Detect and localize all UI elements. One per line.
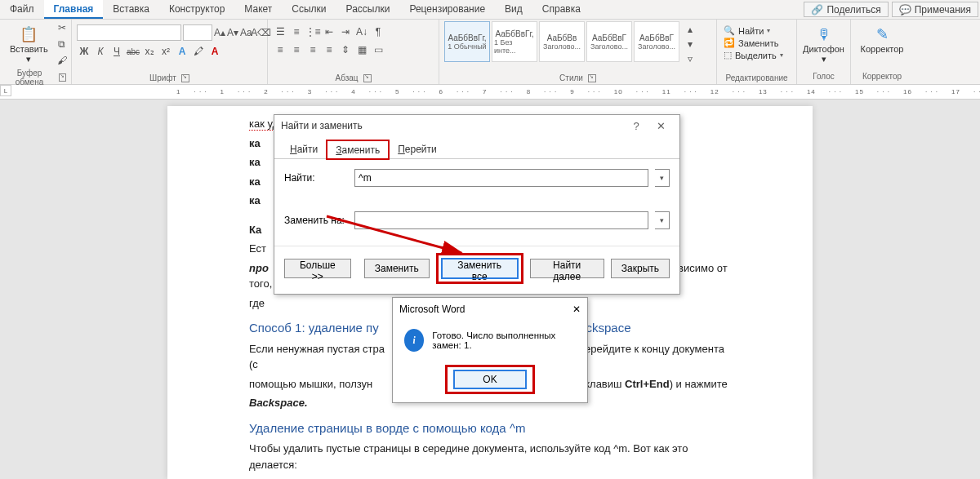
increase-indent-icon[interactable]: ⇥ — [338, 24, 353, 39]
styles-more-icon[interactable]: ▿ — [683, 51, 697, 66]
clipboard-icon: 📋 — [19, 24, 38, 44]
show-marks-icon[interactable]: ¶ — [371, 24, 385, 39]
search-icon: 🔍 — [724, 25, 735, 36]
select-button[interactable]: ⬚Выделить▾ — [722, 49, 791, 61]
help-icon[interactable]: ? — [624, 120, 648, 132]
paste-button[interactable]: 📋 Вставить ▾ — [5, 23, 53, 66]
style-item[interactable]: АаБбВвГг,1 Без инте... — [492, 21, 537, 62]
copy-icon[interactable]: ⧉ — [55, 37, 69, 51]
clipboard-group-label: Буфер обмена — [5, 69, 54, 86]
style-item[interactable]: АаБбВвГЗаголово... — [586, 21, 632, 62]
shrink-font-icon[interactable]: A▾ — [227, 25, 238, 40]
clipboard-dialog-launcher[interactable] — [59, 73, 66, 82]
corrector-group-label: Корректор — [862, 72, 902, 81]
grow-font-icon[interactable]: A▴ — [214, 25, 225, 40]
shading-icon[interactable]: ▦ — [354, 42, 369, 57]
replace-button[interactable]: 🔁Заменить — [722, 37, 791, 49]
format-painter-icon[interactable]: 🖌 — [55, 53, 69, 68]
comment-icon: 💬 — [899, 4, 911, 16]
dialog-tab-find[interactable]: Найти — [281, 140, 327, 158]
styles-gallery[interactable]: АаБбВвГг,1 ОбычныйАаБбВвГг,1 Без инте...… — [444, 21, 711, 67]
ribbon: 📋 Вставить ▾ ✂ ⧉ 🖌 Буфер обмена A▴ A▾ Aa… — [0, 20, 980, 85]
find-button[interactable]: 🔍Найти▾ — [722, 24, 791, 37]
bullets-icon[interactable]: ☰ — [273, 24, 287, 39]
dictate-button[interactable]: 🎙 Диктофон▾ — [798, 23, 849, 66]
tab-layout[interactable]: Макет — [234, 0, 282, 19]
tab-insert[interactable]: Вставка — [103, 0, 159, 19]
dialog-title: Найти и заменить — [281, 120, 363, 131]
style-item[interactable]: АаБбВвГг,1 Обычный — [444, 21, 490, 62]
styles-up-icon[interactable]: ▴ — [683, 22, 697, 37]
ok-highlight: OK — [445, 365, 535, 394]
font-name-combo[interactable] — [77, 24, 181, 41]
tab-view[interactable]: Вид — [495, 0, 532, 19]
justify-icon[interactable]: ≡ — [322, 42, 336, 57]
find-dropdown-icon[interactable]: ▾ — [655, 169, 670, 187]
info-icon: i — [404, 329, 424, 352]
tab-home[interactable]: Главная — [44, 0, 104, 19]
borders-icon[interactable]: ▭ — [371, 42, 385, 57]
italic-button[interactable]: К — [93, 44, 108, 59]
superscript-button[interactable]: x² — [158, 44, 173, 59]
replace-all-highlight: Заменить все — [436, 253, 523, 284]
more-button[interactable]: Больше >> — [284, 259, 351, 278]
tab-mailings[interactable]: Рассылки — [336, 0, 400, 19]
subscript-button[interactable]: x₂ — [142, 44, 157, 59]
replace-one-button[interactable]: Заменить — [364, 259, 430, 278]
horizontal-ruler[interactable]: 1· · ·1· · ·2· · ·3· · ·4· · ·5· · ·6· ·… — [0, 85, 980, 100]
replace-input[interactable] — [354, 211, 648, 229]
cut-icon[interactable]: ✂ — [55, 20, 69, 35]
align-right-icon[interactable]: ≡ — [305, 42, 320, 57]
style-item[interactable]: АаБбВвГЗаголово... — [634, 21, 679, 62]
tab-file[interactable]: Файл — [0, 0, 44, 19]
bold-button[interactable]: Ж — [77, 44, 91, 59]
numbering-icon[interactable]: ≡ — [289, 24, 304, 39]
replace-all-button[interactable]: Заменить все — [442, 259, 518, 278]
style-item[interactable]: АаБбВвЗаголово... — [539, 21, 585, 62]
voice-group-label: Голос — [813, 72, 835, 81]
ok-button[interactable]: OK — [454, 370, 526, 388]
multilevel-icon[interactable]: ⋮≡ — [305, 24, 320, 39]
sort-icon[interactable]: A↓ — [354, 24, 369, 39]
editor-icon: ✎ — [872, 24, 892, 44]
replace-label: Заменить на: — [284, 215, 348, 226]
tab-review[interactable]: Рецензирование — [399, 0, 495, 19]
close-icon[interactable]: ✕ — [648, 120, 673, 132]
tab-references[interactable]: Ссылки — [282, 0, 336, 19]
strike-button[interactable]: abc — [126, 44, 140, 59]
share-button[interactable]: 🔗Поделиться — [804, 2, 888, 17]
paragraph-dialog-launcher[interactable] — [363, 74, 372, 82]
messagebox-close-icon[interactable]: ✕ — [572, 304, 581, 315]
tab-design[interactable]: Конструктор — [159, 0, 234, 19]
find-replace-dialog[interactable]: Найти и заменить ? ✕ Найти Заменить Пере… — [274, 114, 680, 295]
highlight-icon[interactable]: 🖍 — [191, 44, 206, 59]
messagebox-text: Готово. Число выполненных замен: 1. — [432, 330, 576, 350]
replace-dropdown-icon[interactable]: ▾ — [655, 211, 670, 229]
close-button[interactable]: Закрыть — [611, 259, 670, 278]
underline-button[interactable]: Ч — [109, 44, 124, 59]
editor-button[interactable]: ✎ Корректор — [856, 23, 909, 55]
align-center-icon[interactable]: ≡ — [289, 42, 304, 57]
dialog-titlebar[interactable]: Найти и заменить ? ✕ — [274, 115, 679, 136]
line-spacing-icon[interactable]: ⇕ — [338, 42, 353, 57]
editing-group-label: Редактирование — [725, 73, 787, 82]
styles-down-icon[interactable]: ▾ — [683, 37, 697, 51]
text-effects-icon[interactable]: A — [175, 44, 189, 59]
font-dialog-launcher[interactable] — [181, 74, 189, 82]
ruler-corner: L — [0, 85, 11, 96]
find-input[interactable] — [354, 169, 648, 187]
messagebox[interactable]: Microsoft Word ✕ i Готово. Число выполне… — [392, 297, 588, 403]
align-left-icon[interactable]: ≡ — [273, 42, 287, 57]
dialog-tab-goto[interactable]: Перейти — [389, 140, 446, 158]
messagebox-titlebar[interactable]: Microsoft Word ✕ — [393, 298, 587, 321]
styles-group-label: Стили — [559, 73, 583, 82]
tab-help[interactable]: Справка — [532, 0, 590, 19]
comments-button[interactable]: 💬Примечания — [892, 2, 978, 17]
decrease-indent-icon[interactable]: ⇤ — [322, 24, 336, 39]
find-next-button[interactable]: Найти далее — [530, 259, 604, 278]
font-color-icon[interactable]: A — [207, 44, 222, 59]
dialog-tab-replace[interactable]: Заменить — [327, 140, 389, 159]
clear-format-icon[interactable]: A⌫ — [254, 25, 269, 40]
styles-dialog-launcher[interactable] — [588, 74, 596, 82]
font-size-combo[interactable] — [183, 24, 212, 41]
